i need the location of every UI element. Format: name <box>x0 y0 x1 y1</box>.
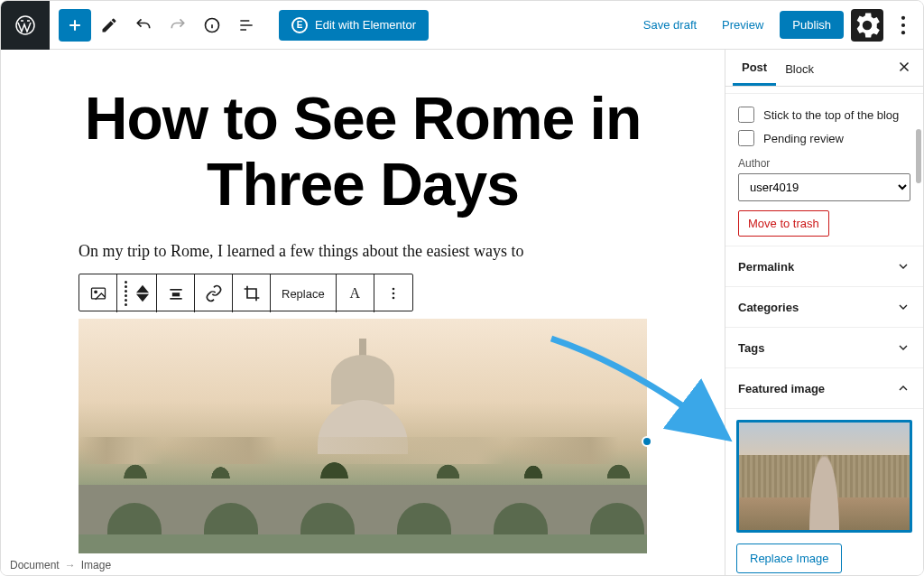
breadcrumb-sep: → <box>65 559 76 571</box>
typography-button[interactable]: A <box>337 274 374 312</box>
editor-root: E Edit with Elementor Save draft Preview… <box>0 0 924 576</box>
featured-image-thumbnail[interactable] <box>736 420 912 533</box>
permalink-panel[interactable]: Permalink <box>725 246 923 287</box>
breadcrumb-document[interactable]: Document <box>10 559 60 571</box>
info-button[interactable] <box>196 9 228 42</box>
crop-button[interactable] <box>233 274 271 312</box>
status-section: Stick to the top of the blog Pending rev… <box>725 94 923 246</box>
svg-rect-8 <box>171 293 179 296</box>
outline-button[interactable] <box>230 9 263 42</box>
align-icon <box>167 284 185 302</box>
chevron-up-icon <box>896 381 910 395</box>
pending-label: Pending review <box>763 132 844 145</box>
kebab-icon <box>384 284 402 302</box>
svg-rect-9 <box>170 298 181 300</box>
svg-point-10 <box>392 288 394 291</box>
undo-button[interactable] <box>127 9 160 42</box>
move-up-down[interactable] <box>136 284 149 302</box>
block-type-button[interactable] <box>79 274 117 312</box>
save-draft-button[interactable]: Save draft <box>634 13 706 37</box>
close-icon <box>896 59 912 75</box>
elementor-icon: E <box>291 17 308 33</box>
sidebar-scrollbar[interactable] <box>916 129 921 183</box>
settings-toggle-button[interactable] <box>851 9 883 42</box>
svg-point-2 <box>901 15 905 19</box>
author-select[interactable]: user4019 <box>738 173 910 201</box>
drag-handle[interactable] <box>125 281 127 306</box>
svg-point-4 <box>901 31 905 34</box>
gear-icon <box>851 9 883 42</box>
tab-post[interactable]: Post <box>733 50 776 86</box>
block-drag-move-group <box>117 274 157 312</box>
toolbar-right-group: Save draft Preview Publish <box>634 9 916 42</box>
kebab-icon <box>891 13 916 38</box>
post-title[interactable]: How to See Rome in Three Days <box>15 86 710 217</box>
toolbar-left-group <box>59 9 263 42</box>
sidebar-body: Stick to the top of the blog Pending rev… <box>725 87 923 575</box>
image-content <box>79 319 647 553</box>
truncated-content <box>725 87 923 94</box>
editor-canvas[interactable]: How to See Rome in Three Days On my trip… <box>1 50 725 575</box>
crop-icon <box>243 284 261 302</box>
image-block[interactable] <box>79 319 647 553</box>
stick-checkbox-row[interactable]: Stick to the top of the blog <box>738 103 910 126</box>
featured-image-panel[interactable]: Featured image <box>725 368 923 409</box>
permalink-label: Permalink <box>738 260 794 274</box>
link-icon <box>205 284 223 302</box>
link-button[interactable] <box>195 274 233 312</box>
content-column: On my trip to Rome, I learned a few thin… <box>79 242 647 553</box>
publish-button[interactable]: Publish <box>780 11 844 39</box>
stick-checkbox[interactable] <box>738 107 754 123</box>
sidebar-tabs: Post Block <box>725 50 923 87</box>
svg-point-12 <box>392 297 394 300</box>
edit-with-elementor-button[interactable]: E Edit with Elementor <box>279 10 429 41</box>
resize-handle[interactable] <box>642 436 652 447</box>
author-label: Author <box>738 157 910 170</box>
main-area: How to See Rome in Three Days On my trip… <box>1 50 923 575</box>
redo-button[interactable] <box>162 9 194 42</box>
featured-label: Featured image <box>738 382 825 395</box>
align-button[interactable] <box>157 274 195 312</box>
wp-logo[interactable] <box>1 1 50 50</box>
more-options-button[interactable] <box>891 9 916 42</box>
categories-label: Categories <box>738 301 799 314</box>
svg-point-11 <box>392 293 394 295</box>
elementor-label: Edit with Elementor <box>315 18 416 32</box>
edit-mode-button[interactable] <box>93 9 125 42</box>
tags-label: Tags <box>738 341 764 355</box>
replace-image-button[interactable]: Replace Image <box>736 543 842 573</box>
settings-sidebar: Post Block Stick to the top of the blog … <box>725 50 923 575</box>
top-toolbar: E Edit with Elementor Save draft Preview… <box>1 1 923 50</box>
breadcrumb: Document → Image <box>1 555 120 575</box>
svg-point-3 <box>901 23 905 26</box>
svg-rect-7 <box>170 289 181 291</box>
add-block-button[interactable] <box>59 9 91 42</box>
chevron-down-icon <box>896 259 910 274</box>
close-sidebar-button[interactable] <box>892 55 916 81</box>
chevron-down-icon <box>896 340 910 355</box>
replace-media-button[interactable]: Replace <box>271 274 337 312</box>
stick-label: Stick to the top of the blog <box>763 108 899 122</box>
chevron-down-icon <box>896 300 910 314</box>
tags-panel[interactable]: Tags <box>725 328 923 368</box>
move-to-trash-button[interactable]: Move to trash <box>738 210 829 237</box>
block-more-button[interactable] <box>374 274 412 312</box>
preview-button[interactable]: Preview <box>713 13 772 37</box>
svg-point-6 <box>94 291 97 293</box>
image-icon <box>89 284 107 302</box>
block-toolbar: Replace A <box>79 274 413 311</box>
categories-panel[interactable]: Categories <box>725 287 923 328</box>
pending-checkbox-row[interactable]: Pending review <box>738 126 910 150</box>
tab-block[interactable]: Block <box>776 51 823 85</box>
paragraph-block[interactable]: On my trip to Rome, I learned a few thin… <box>79 242 647 261</box>
featured-image-body: Replace Image Remove featured image <box>725 409 923 575</box>
breadcrumb-image[interactable]: Image <box>81 559 111 571</box>
pending-checkbox[interactable] <box>738 130 754 146</box>
